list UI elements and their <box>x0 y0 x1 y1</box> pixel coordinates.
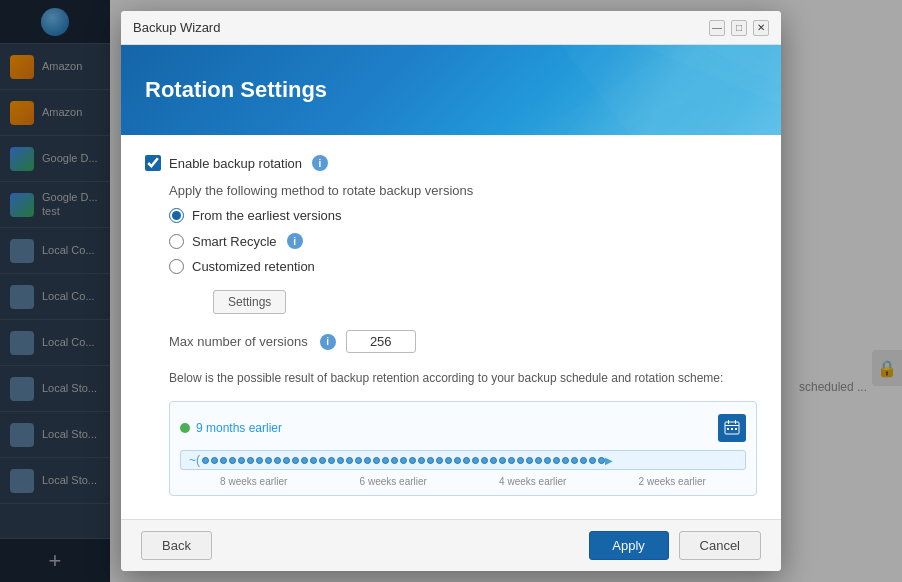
timeline-track: ~( <box>180 450 746 470</box>
tl-dot-35 <box>508 457 515 464</box>
radio-earliest-label[interactable]: From the earliest versions <box>192 208 342 223</box>
svg-rect-5 <box>725 425 739 426</box>
radio-customized: Customized retention <box>169 259 757 274</box>
timeline-start-label: 9 months earlier <box>196 421 282 435</box>
tl-dot-28 <box>445 457 452 464</box>
apply-button[interactable]: Apply <box>589 531 669 560</box>
svg-rect-8 <box>727 428 729 430</box>
tl-dot-25 <box>418 457 425 464</box>
enable-rotation-label[interactable]: Enable backup rotation <box>169 156 302 171</box>
tl-dot-39 <box>544 457 551 464</box>
enable-rotation-checkbox[interactable] <box>145 155 161 171</box>
svg-marker-0 <box>561 45 781 135</box>
svg-rect-10 <box>735 428 737 430</box>
timeline-wave: ~( <box>189 453 200 467</box>
radio-smart-recycle: Smart Recycle i <box>169 233 757 249</box>
tl-dot-20 <box>373 457 380 464</box>
tl-dot-9 <box>274 457 281 464</box>
radio-smart-input[interactable] <box>169 234 184 249</box>
tl-dot-4 <box>229 457 236 464</box>
tl-dot-16 <box>337 457 344 464</box>
tl-dot-13 <box>310 457 317 464</box>
svg-marker-2 <box>701 45 781 85</box>
modal-overlay: Backup Wizard — □ ✕ Rotation S <box>0 0 902 582</box>
tl-dot-18 <box>355 457 362 464</box>
tl-dot-41 <box>562 457 569 464</box>
tl-dot-36 <box>517 457 524 464</box>
tl-dot-26 <box>427 457 434 464</box>
svg-marker-3 <box>531 45 781 135</box>
tl-dot-29 <box>454 457 461 464</box>
minimize-icon: — <box>712 22 722 33</box>
rotation-method-group: From the earliest versions Smart Recycle… <box>169 208 757 274</box>
tl-label-8w: 8 weeks earlier <box>220 476 287 487</box>
modal-titlebar: Backup Wizard — □ ✕ <box>121 11 781 45</box>
smart-recycle-info-icon[interactable]: i <box>287 233 303 249</box>
tl-dot-32 <box>481 457 488 464</box>
tl-dot-30 <box>463 457 470 464</box>
back-button[interactable]: Back <box>141 531 212 560</box>
backup-wizard-modal: Backup Wizard — □ ✕ Rotation S <box>121 11 781 571</box>
tl-dot-31 <box>472 457 479 464</box>
calendar-icon[interactable] <box>718 414 746 442</box>
tl-dot-11 <box>292 457 299 464</box>
tl-dot-40 <box>553 457 560 464</box>
settings-button[interactable]: Settings <box>213 290 286 314</box>
calendar-svg <box>724 420 740 436</box>
enable-rotation-row: Enable backup rotation i <box>145 155 757 171</box>
tl-label-2w: 2 weeks earlier <box>639 476 706 487</box>
tl-dot-19 <box>364 457 371 464</box>
tl-dot-2 <box>211 457 218 464</box>
enable-rotation-info-icon[interactable]: i <box>312 155 328 171</box>
tl-dot-6 <box>247 457 254 464</box>
max-versions-input[interactable] <box>346 330 416 353</box>
svg-marker-1 <box>641 45 781 105</box>
maximize-icon: □ <box>736 22 742 33</box>
modal-body: Enable backup rotation i Apply the follo… <box>121 135 781 519</box>
tl-dot-24 <box>409 457 416 464</box>
close-button[interactable]: ✕ <box>753 20 769 36</box>
tl-dot-3 <box>220 457 227 464</box>
tl-dot-14 <box>319 457 326 464</box>
titlebar-controls: — □ ✕ <box>709 20 769 36</box>
settings-btn-row: Settings <box>213 290 757 314</box>
timeline-header: 9 months earlier <box>180 414 746 442</box>
tl-dot-37 <box>526 457 533 464</box>
rotation-options-section: Apply the following method to rotate bac… <box>145 183 757 496</box>
tl-dot-45 <box>598 457 605 464</box>
tl-dot-7 <box>256 457 263 464</box>
minimize-button[interactable]: — <box>709 20 725 36</box>
tl-dot-23 <box>400 457 407 464</box>
tl-dot-21 <box>382 457 389 464</box>
tl-dot-43 <box>580 457 587 464</box>
max-versions-label: Max number of versions <box>169 334 308 349</box>
timeline-labels: 8 weeks earlier 6 weeks earlier 4 weeks … <box>180 476 746 487</box>
tl-dot-22 <box>391 457 398 464</box>
tl-dot-42 <box>571 457 578 464</box>
tl-label-4w: 4 weeks earlier <box>499 476 566 487</box>
tl-dot-27 <box>436 457 443 464</box>
tl-dot-44 <box>589 457 596 464</box>
tl-dot-12 <box>301 457 308 464</box>
radio-customized-input[interactable] <box>169 259 184 274</box>
tl-dot-33 <box>490 457 497 464</box>
cancel-button[interactable]: Cancel <box>679 531 761 560</box>
modal-footer: Back Apply Cancel <box>121 519 781 571</box>
radio-smart-label[interactable]: Smart Recycle <box>192 234 277 249</box>
timeline-arrow: ▶ <box>605 455 613 466</box>
tl-dot-1 <box>202 457 209 464</box>
tl-dot-17 <box>346 457 353 464</box>
modal-title: Backup Wizard <box>133 20 220 35</box>
max-versions-info-icon[interactable]: i <box>320 334 336 350</box>
maximize-button[interactable]: □ <box>731 20 747 36</box>
max-versions-row: Max number of versions i <box>169 330 757 353</box>
svg-rect-6 <box>728 420 729 424</box>
radio-earliest-input[interactable] <box>169 208 184 223</box>
modal-header-banner: Rotation Settings <box>121 45 781 135</box>
tl-dot-15 <box>328 457 335 464</box>
radio-customized-label[interactable]: Customized retention <box>192 259 315 274</box>
apply-method-label: Apply the following method to rotate bac… <box>169 183 757 198</box>
close-icon: ✕ <box>757 22 765 33</box>
svg-rect-9 <box>731 428 733 430</box>
tl-label-6w: 6 weeks earlier <box>360 476 427 487</box>
